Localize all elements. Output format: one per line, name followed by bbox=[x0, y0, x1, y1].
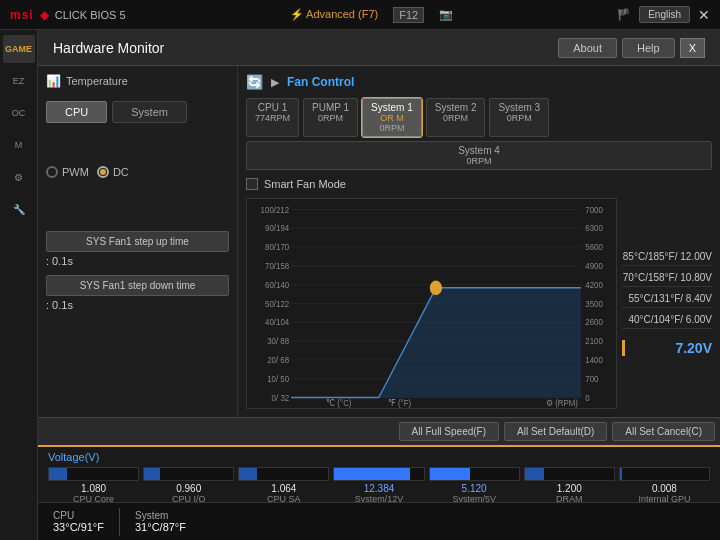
hw-monitor-header: Hardware Monitor About Help X bbox=[38, 30, 720, 66]
fan-tab-system4[interactable]: System 4 0RPM bbox=[246, 141, 712, 170]
svg-text:℃ (°C): ℃ (°C) bbox=[326, 397, 352, 408]
voltage-item-cpu-sa: 1.064 CPU SA bbox=[238, 467, 329, 504]
voltage-item-internal-gpu: 0.008 Internal GPU bbox=[619, 467, 710, 504]
sidebar-item-m[interactable]: M bbox=[3, 131, 35, 159]
cpu-sa-bar-fill bbox=[239, 468, 257, 480]
svg-text:50/122: 50/122 bbox=[265, 298, 289, 309]
sidebar-item-settings[interactable]: ⚙ bbox=[3, 163, 35, 191]
voltage-item-cpu-io: 0.960 CPU I/O bbox=[143, 467, 234, 504]
svg-text:30/ 88: 30/ 88 bbox=[267, 336, 289, 347]
cpu-core-bar-fill bbox=[49, 468, 67, 480]
system-temp-reading: System 31°C/87°F bbox=[135, 510, 186, 533]
about-button[interactable]: About bbox=[558, 38, 617, 58]
mode-row: PWM DC bbox=[46, 166, 229, 178]
fan-tab-pump1[interactable]: PUMP 1 0RPM bbox=[303, 98, 358, 137]
sys-fan-step-up-value: : 0.1s bbox=[46, 255, 229, 267]
smart-fan-label: Smart Fan Mode bbox=[264, 178, 346, 190]
settings-icon: ⚙ bbox=[14, 172, 23, 183]
system12v-bar-track bbox=[333, 467, 424, 481]
top-close-button[interactable]: ✕ bbox=[698, 7, 710, 23]
fan-tab-cpu1[interactable]: CPU 1 774RPM bbox=[246, 98, 299, 137]
boot-icon: 🔧 bbox=[13, 204, 25, 215]
svg-text:700: 700 bbox=[585, 373, 598, 384]
svg-text:4200: 4200 bbox=[585, 279, 603, 290]
internal-gpu-value: 0.008 bbox=[652, 483, 677, 494]
top-bar-right: 🏴 English ✕ bbox=[617, 6, 710, 23]
hw-close-button[interactable]: X bbox=[680, 38, 705, 58]
set-cancel-button[interactable]: All Set Cancel(C) bbox=[612, 422, 715, 441]
voltage-item-system5v: 5.120 System/5V bbox=[429, 467, 520, 504]
svg-text:7000: 7000 bbox=[585, 204, 603, 215]
cpu-core-bar-track bbox=[48, 467, 139, 481]
language-button[interactable]: English bbox=[639, 6, 690, 23]
cpu-io-bar-fill bbox=[144, 468, 160, 480]
set-default-button[interactable]: All Set Default(D) bbox=[504, 422, 607, 441]
sidebar-item-ez[interactable]: EZ bbox=[3, 67, 35, 95]
volt-reading-1: 85°C/185°F/ 12.00V bbox=[622, 251, 712, 266]
pwm-radio[interactable]: PWM bbox=[46, 166, 89, 178]
fan-chart[interactable]: 100/212 90/194 80/170 70/158 60/140 50/1… bbox=[246, 198, 617, 409]
cpu-io-value: 0.960 bbox=[176, 483, 201, 494]
fan-icon: 🔄 bbox=[246, 74, 263, 90]
temp-type-buttons: CPU System bbox=[46, 101, 229, 123]
temperature-icon: 📊 bbox=[46, 74, 61, 88]
sys-fan-step-down-button[interactable]: SYS Fan1 step down time bbox=[46, 275, 229, 296]
svg-text:⚙ (RPM): ⚙ (RPM) bbox=[546, 397, 578, 408]
sidebar-item-oc[interactable]: OC bbox=[3, 99, 35, 127]
flag-icon: 🏴 bbox=[617, 8, 631, 21]
full-speed-button[interactable]: All Full Speed(F) bbox=[399, 422, 499, 441]
smart-fan-checkbox[interactable] bbox=[246, 178, 258, 190]
svg-text:3500: 3500 bbox=[585, 298, 603, 309]
top-bar-left: msi ◆ CLICK BIOS 5 bbox=[10, 8, 126, 22]
dc-radio[interactable]: DC bbox=[97, 166, 129, 178]
volt-right-display: 85°C/185°F/ 12.00V 70°C/158°F/ 10.80V 55… bbox=[622, 198, 712, 409]
chart-control-point[interactable] bbox=[430, 281, 442, 296]
fan-tab-system3[interactable]: System 3 0RPM bbox=[489, 98, 549, 137]
cpu-core-value: 1.080 bbox=[81, 483, 106, 494]
screenshot-icon: 📷 bbox=[439, 8, 453, 21]
fan-tab-system1[interactable]: System 1 OR M 0RPM bbox=[362, 98, 422, 137]
advanced-label: ⚡ Advanced (F7) bbox=[290, 8, 379, 21]
sidebar-item-boot[interactable]: 🔧 bbox=[3, 195, 35, 223]
sidebar-item-game[interactable]: GAME bbox=[3, 35, 35, 63]
sys-fan-step-down-value: : 0.1s bbox=[46, 299, 229, 311]
svg-text:10/ 50: 10/ 50 bbox=[267, 373, 289, 384]
cpu-temp-reading: CPU 33°C/91°F bbox=[53, 510, 104, 533]
svg-text:1400: 1400 bbox=[585, 354, 603, 365]
svg-text:40/104: 40/104 bbox=[265, 317, 289, 328]
logo-icon: ◆ bbox=[40, 8, 49, 22]
system-temp-button[interactable]: System bbox=[112, 101, 187, 123]
svg-text:20/ 68: 20/ 68 bbox=[267, 354, 289, 365]
voltage-items: 1.080 CPU Core 0.960 CPU I/O 1.064 CPU S… bbox=[48, 467, 710, 504]
fan-chart-svg: 100/212 90/194 80/170 70/158 60/140 50/1… bbox=[247, 199, 616, 408]
temperature-label: Temperature bbox=[66, 75, 128, 87]
main-content: Hardware Monitor About Help X 📊 Temperat… bbox=[38, 30, 720, 540]
svg-text:6300: 6300 bbox=[585, 223, 603, 234]
pwm-label: PWM bbox=[62, 166, 89, 178]
cpu-temp-button[interactable]: CPU bbox=[46, 101, 107, 123]
m-icon: M bbox=[15, 140, 23, 150]
svg-text:2600: 2600 bbox=[585, 317, 603, 328]
system12v-bar-fill bbox=[334, 468, 410, 480]
svg-text:2100: 2100 bbox=[585, 336, 603, 347]
dram-bar-track bbox=[524, 467, 615, 481]
svg-text:0/ 32: 0/ 32 bbox=[272, 392, 290, 403]
system5v-bar-fill bbox=[430, 468, 470, 480]
pwm-radio-circle bbox=[46, 166, 58, 178]
volt-reading-3: 55°C/131°F/ 8.40V bbox=[622, 293, 712, 308]
current-voltage-display: 7.20V bbox=[622, 340, 712, 356]
help-button[interactable]: Help bbox=[622, 38, 675, 58]
volt-reading-2: 70°C/158°F/ 10.80V bbox=[622, 272, 712, 287]
dram-bar-fill bbox=[525, 468, 545, 480]
fan-tab-system2[interactable]: System 2 0RPM bbox=[426, 98, 486, 137]
svg-text:100/212: 100/212 bbox=[261, 204, 290, 215]
dram-value: 1.200 bbox=[557, 483, 582, 494]
f12-btn[interactable]: F12 bbox=[393, 7, 424, 23]
hw-monitor-title: Hardware Monitor bbox=[53, 40, 164, 56]
game-icon: GAME bbox=[5, 44, 32, 54]
fan-tabs: CPU 1 774RPM PUMP 1 0RPM System 1 OR M 0… bbox=[246, 98, 712, 170]
internal-gpu-bar-track bbox=[619, 467, 710, 481]
cpu-io-bar-track bbox=[143, 467, 234, 481]
sys-fan-step-up-button[interactable]: SYS Fan1 step up time bbox=[46, 231, 229, 252]
chart-fill bbox=[291, 288, 581, 398]
